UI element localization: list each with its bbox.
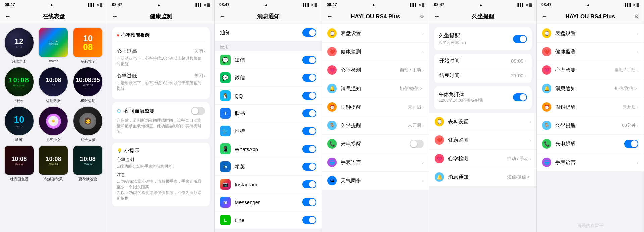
menu-row6-watchface[interactable]: ⌚ 表盘设置 › [537, 24, 644, 43]
menu5-label-notif: 消息通知 [448, 174, 468, 180]
settings-icon-6[interactable]: ⚙ [634, 13, 639, 20]
panel-sit-reminder: 08:47 ▲ ▌▌▌ ⌾ ▓ ← 久坐提醒 久坐提醒 久坐时长60min 开始… [429, 0, 537, 232]
back-button-6[interactable]: ← [541, 13, 547, 20]
watch-face-extreme[interactable]: 10:08:35 WED 03 [73, 67, 103, 97]
heart-high-title: 心率过高 [117, 48, 137, 54]
menu-row6-language[interactable]: 🌐 手表语言 › [537, 153, 644, 172]
status-time-6: 08:47 [541, 2, 552, 7]
menu-row-alarm[interactable]: ⏰ 闹钟提醒 未开启 › [322, 98, 429, 116]
watch-face-beard[interactable]: 🧔 [73, 106, 103, 136]
health5-icon: ❤️ [435, 135, 444, 145]
twitter-toggle[interactable] [302, 127, 316, 135]
app-row-messenger[interactable]: m Messenger [215, 193, 322, 211]
menu-row6-health[interactable]: ❤️ 健康监测 › [537, 43, 644, 61]
watch-face-chrysanthemum[interactable]: 10:08 WED 03 [38, 145, 68, 175]
whatsapp-icon: 📱 [220, 143, 231, 154]
night-toggle[interactable] [191, 107, 205, 115]
wechat-toggle[interactable] [302, 74, 316, 82]
linkedin-toggle[interactable] [302, 163, 316, 171]
menu-row6-notif[interactable]: 🔔 消息通知 短信/微信 > [537, 79, 644, 98]
end-time-row[interactable]: 结束时间 21:00 › [434, 68, 532, 83]
menu-row6-call[interactable]: 📞 来电提醒 [537, 135, 644, 153]
watch-face-item-green[interactable]: 10:08 HAY WED 绿光 [3, 67, 35, 103]
menu-row5-health[interactable]: ❤️ 健康监测 › [429, 131, 536, 150]
app-row-linkedin[interactable]: in 领英 [215, 158, 322, 176]
watch-face-moon[interactable]: 12 6 6 [4, 27, 34, 58]
dnd-toggle[interactable] [513, 93, 527, 101]
watch-face-item-energy[interactable]: 😊 元气少女 [38, 106, 69, 142]
watch-face-colornum[interactable]: 10 08 [73, 27, 103, 58]
menu-row5-watchface[interactable]: ⌚ 表盘设置 › [429, 113, 536, 131]
sms-toggle[interactable] [302, 56, 316, 64]
back-button-1[interactable]: ← [5, 13, 11, 20]
status-bar-2: 08:47 ▲ ▌▌▌ ⌾ ▓ [107, 0, 214, 9]
menu-row5-notif[interactable]: 🔔 消息通知 短信/微信 > [429, 168, 536, 186]
app-row-wechat[interactable]: 💬 微信 [215, 69, 322, 87]
settings-icon-4[interactable]: ⚙ [420, 13, 424, 20]
app-row-line[interactable]: L Line [215, 211, 322, 229]
back-button-3[interactable]: ← [219, 13, 225, 20]
watch-face-item-beard[interactable]: 🧔 胡子大叔 [72, 106, 104, 142]
watch-face-item-peony[interactable]: 10:08 WED 03 牡丹国色香 [3, 145, 35, 182]
heartrate5-icon: 💗 [435, 154, 444, 163]
app-row-left-sms: 💬 短信 [220, 55, 245, 65]
menu-row-notif[interactable]: 🔔 消息通知 短信/微信 > [322, 79, 429, 98]
heart-high-btn[interactable]: 关闭 › [194, 48, 205, 54]
menu-row-health[interactable]: ❤️ 健康监测 › [322, 43, 429, 61]
watch-face-lotus[interactable]: 10:08 WED 03 [73, 145, 103, 175]
menu-row-language[interactable]: 🌐 手表语言 › [322, 153, 429, 172]
menu-row6-alarm[interactable]: ⏰ 闹钟提醒 未开启 › [537, 98, 644, 116]
menu-row6-heartrate[interactable]: 💗 心率检测 自动 / 手动 › [537, 61, 644, 79]
watch-face-energy[interactable]: 😊 [38, 106, 68, 136]
call-toggle[interactable] [410, 140, 424, 148]
back-button-5[interactable]: ← [434, 13, 440, 20]
watch-face-peony[interactable]: 10:08 WED 03 [4, 145, 34, 175]
app-row-qq[interactable]: 🐧 QQ [215, 87, 322, 105]
signal-icon-3: ▌▌▌ [303, 3, 310, 7]
watchface6-icon: ⌚ [542, 28, 551, 38]
back-button-2[interactable]: ← [112, 13, 118, 20]
qq-toggle[interactable] [302, 92, 316, 100]
messenger-toggle[interactable] [302, 198, 316, 206]
heartrate6-icon: 💗 [542, 65, 551, 75]
watch-face-switch[interactable]: 10 08 WED 03 [38, 27, 68, 58]
watch-face-item-sport[interactable]: 10:08 03 运动数据 [38, 67, 69, 103]
facebook-toggle[interactable] [302, 109, 316, 117]
menu-row5-heartrate[interactable]: 💗 心率检测 自动 / 手动 › [429, 150, 536, 168]
watch-face-track[interactable]: 10 08 · 5 [4, 106, 34, 136]
watch-face-item-track[interactable]: 10 08 · 5 轨迹 [3, 106, 35, 142]
app-row-twitter[interactable]: 🐦 推特 [215, 122, 322, 140]
app-row-whatsapp[interactable]: 📱 WhatsApp [215, 140, 322, 158]
menu-row-call[interactable]: 📞 来电提醒 [322, 135, 429, 153]
watch-face-item-lotus[interactable]: 10:08 WED 03 夏荷满池塘 [72, 145, 104, 182]
instagram-toggle[interactable] [302, 180, 316, 188]
watch-face-item-moon[interactable]: 12 6 6 月球之上 [3, 27, 35, 64]
line-toggle[interactable] [302, 216, 316, 224]
app-row-facebook[interactable]: f 脸书 [215, 105, 322, 122]
watch-face-item-extreme[interactable]: 10:08:35 WED 03 极限运动 [72, 67, 104, 103]
watch-face-sport[interactable]: 10:08 03 [38, 67, 68, 97]
menu-row-heartrate[interactable]: 💗 心率检测 自动 / 手动 › [322, 61, 429, 79]
notification-toggle-row[interactable]: 通知 [215, 24, 322, 41]
menu-row6-left-heartrate: 💗 心率检测 [542, 65, 576, 75]
watch-face-item-colornum[interactable]: 10 08 多彩数字 [72, 27, 104, 64]
panel-watch-faces: 08:47 ▲ ▌▌▌ ⌾ ▓ ← 在线表盘 12 6 6 月球之上 [0, 0, 107, 232]
sit-reminder-toggle[interactable] [513, 35, 527, 43]
app-row-sms[interactable]: 💬 短信 [215, 51, 322, 69]
app-row-instagram[interactable]: 📷 Instagram [215, 176, 322, 193]
menu-row-watchface[interactable]: ⌚ 表盘设置 › [322, 24, 429, 43]
menu-row-sit[interactable]: 🪑 久坐提醒 未开启 › [322, 116, 429, 135]
heart-low-btn[interactable]: 关闭 › [194, 73, 205, 79]
watch-face-item-switch[interactable]: 10 08 WED 03 switch [38, 27, 69, 64]
start-time-row[interactable]: 开始时间 09:00 › [434, 54, 532, 68]
app-list: 💬 短信 💬 微信 🐧 QQ [215, 51, 322, 229]
watch-face-item-chrysanthemum[interactable]: 10:08 WED 03 秋菊傲秋风 [38, 145, 69, 182]
back-button-4[interactable]: ← [327, 13, 333, 20]
menu-row-weather[interactable]: 🌤 天气同步 › [322, 172, 429, 190]
whatsapp-toggle[interactable] [302, 145, 316, 153]
heart-alert-title: 心率预警提醒 [121, 32, 150, 38]
notification-toggle[interactable] [302, 28, 316, 37]
watch-face-green[interactable]: 10:08 HAY WED [4, 67, 34, 97]
menu-row6-sit[interactable]: 🪑 久坐提醒 60分钟 › [537, 116, 644, 135]
call6-toggle[interactable] [624, 140, 638, 148]
